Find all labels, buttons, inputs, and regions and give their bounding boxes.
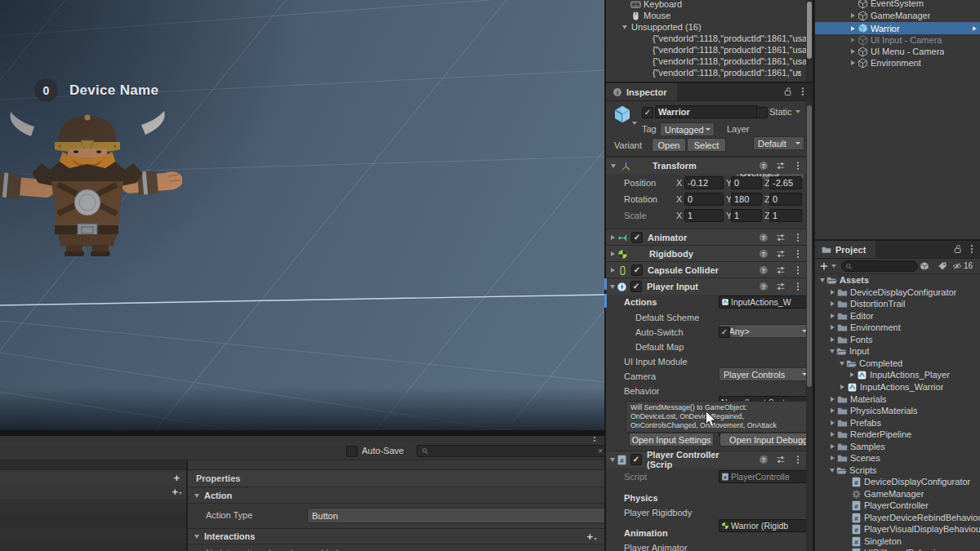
scale-x-field[interactable]: 1 (684, 209, 724, 222)
component-player-input[interactable]: Player Input (606, 278, 814, 295)
inspector-scrollbar[interactable] (806, 100, 813, 551)
static-checkbox[interactable] (756, 107, 768, 118)
add-icon[interactable] (819, 261, 829, 271)
foldout-closed-icon[interactable] (831, 337, 835, 342)
clear-search-icon[interactable]: × (598, 447, 603, 455)
project-item-script[interactable]: PlayerController (815, 500, 980, 512)
position-x-field[interactable]: -0.12 (684, 176, 724, 189)
project-item-folder[interactable]: DeviceDisplayConfigurator (815, 287, 980, 299)
hierarchy-item-ui-menu-camera[interactable]: UI Menu - Camera (815, 46, 980, 58)
tab-project[interactable]: Project (815, 241, 875, 258)
foldout-closed-icon[interactable] (831, 325, 835, 330)
list-row[interactable] (0, 543, 186, 551)
project-item-script[interactable]: DeviceDisplayConfigurator (815, 476, 980, 488)
enabled-checkbox[interactable] (630, 281, 642, 292)
foldout-closed-icon[interactable] (831, 290, 835, 295)
project-item-folder[interactable]: Completed (815, 358, 980, 370)
package-icon[interactable] (920, 261, 929, 271)
project-item-script[interactable]: Singleton (815, 535, 980, 548)
presets-icon[interactable] (776, 265, 786, 275)
more-icon[interactable] (793, 233, 803, 242)
more-icon[interactable] (793, 455, 803, 464)
device-item-keyboard[interactable]: Keyboard (606, 0, 814, 11)
foldout-closed-icon[interactable] (611, 235, 615, 240)
project-item-folder[interactable]: Materials (815, 393, 980, 406)
project-item-folder[interactable]: DistortionTrail (815, 298, 980, 310)
rotation-y-field[interactable]: 180 (731, 193, 762, 206)
project-item-script[interactable]: UIBillboardBehaviour (815, 547, 980, 551)
project-item-asset[interactable]: InputActions_Player (815, 369, 980, 381)
lock-icon[interactable] (953, 244, 963, 254)
project-item-folder[interactable]: Editor (815, 310, 980, 322)
project-item-folder[interactable]: RenderPipeline (815, 429, 980, 441)
help-icon[interactable] (759, 265, 768, 275)
foldout-open-icon[interactable] (611, 164, 616, 168)
project-item-script[interactable]: GameManager (815, 488, 980, 500)
project-item-folder[interactable]: Prefabs (815, 417, 980, 429)
foldout-closed-icon[interactable] (831, 301, 835, 306)
scale-y-field[interactable]: 1 (731, 209, 762, 222)
eye-off-icon[interactable] (952, 261, 962, 271)
prefab-arrow-icon[interactable] (973, 26, 977, 31)
lock-icon[interactable] (783, 87, 793, 96)
list-row[interactable] (0, 499, 186, 514)
component-rigidbody[interactable]: Rigidbody (606, 245, 814, 262)
project-item-script[interactable]: PlayerVisualDisplayBehaviour (815, 523, 980, 535)
project-item-folder[interactable]: Fonts (815, 334, 980, 346)
devices-scrollbar[interactable] (806, 0, 813, 82)
foldout-open-icon[interactable] (830, 349, 835, 353)
hierarchy-item-environment[interactable]: Environment (815, 57, 980, 69)
foldout-closed-icon[interactable] (831, 313, 835, 318)
foldout-closed-icon[interactable] (851, 60, 855, 65)
foldout-open-icon[interactable] (610, 458, 615, 462)
help-icon[interactable] (759, 249, 768, 259)
add-action-map-button[interactable]: + (173, 472, 180, 484)
project-item-asset[interactable]: InputActions_Warrior (815, 381, 980, 393)
rotation-x-field[interactable]: 0 (684, 193, 724, 206)
unsupported-entry[interactable]: {"vendorId":1118,"productId":1861,"usa (606, 44, 814, 56)
action-type-dropdown[interactable]: Button (307, 508, 606, 523)
list-row[interactable] (0, 528, 186, 544)
more-icon[interactable] (798, 87, 808, 96)
auto-switch-checkbox[interactable] (719, 327, 730, 338)
component-player-controller[interactable]: Player Controller (Scrip (606, 451, 814, 468)
more-icon[interactable] (793, 265, 803, 275)
project-item-assets[interactable]: Assets (815, 274, 980, 287)
foldout-closed-icon[interactable] (831, 420, 835, 425)
help-icon[interactable] (759, 455, 768, 464)
foldout-closed-icon[interactable] (611, 268, 615, 273)
hierarchy-item-ui-input-camera[interactable]: UI Input - Camera (815, 34, 980, 47)
foldout-closed-icon[interactable] (851, 38, 855, 42)
foldout-closed-icon[interactable] (831, 455, 835, 460)
prefab-icon[interactable] (612, 104, 633, 124)
foldout-closed-icon[interactable] (840, 384, 844, 389)
foldout-open-icon[interactable] (622, 25, 627, 29)
project-item-folder[interactable]: Input (815, 345, 980, 358)
presets-icon[interactable] (776, 455, 786, 464)
more-icon[interactable] (967, 244, 977, 254)
prefab-select-button[interactable]: Select (687, 138, 726, 152)
foldout-closed-icon[interactable] (611, 251, 615, 256)
foldout-open-icon[interactable] (194, 535, 199, 539)
auto-save-checkbox[interactable] (346, 446, 358, 457)
position-z-field[interactable]: -2.65 (769, 176, 802, 189)
component-transform[interactable]: Transform (606, 157, 814, 174)
script-field[interactable]: PlayerControlle (719, 470, 814, 483)
action-section-header[interactable]: Action (188, 488, 604, 504)
device-group-unsupported[interactable]: Unsupported (16) (606, 21, 814, 33)
prefab-dropdown-icon[interactable] (632, 122, 637, 125)
project-item-folder[interactable]: Scripts (815, 464, 980, 477)
dropdown-icon[interactable] (796, 71, 801, 75)
hierarchy-item-eventsystem[interactable]: EventSystem (815, 0, 980, 10)
add-dropdown-icon[interactable] (831, 264, 836, 268)
foldout-closed-icon[interactable] (831, 432, 835, 437)
more-icon[interactable] (793, 249, 803, 259)
presets-icon[interactable] (776, 233, 786, 242)
more-icon[interactable] (793, 161, 803, 171)
search-input[interactable]: × (416, 445, 606, 457)
component-animator[interactable]: Animator (606, 229, 814, 246)
tag-icon[interactable] (938, 261, 947, 271)
foldout-closed-icon[interactable] (850, 372, 854, 377)
hierarchy-item-gamemanager[interactable]: GameManager (815, 10, 980, 22)
project-item-folder[interactable]: Scenes (815, 452, 980, 464)
